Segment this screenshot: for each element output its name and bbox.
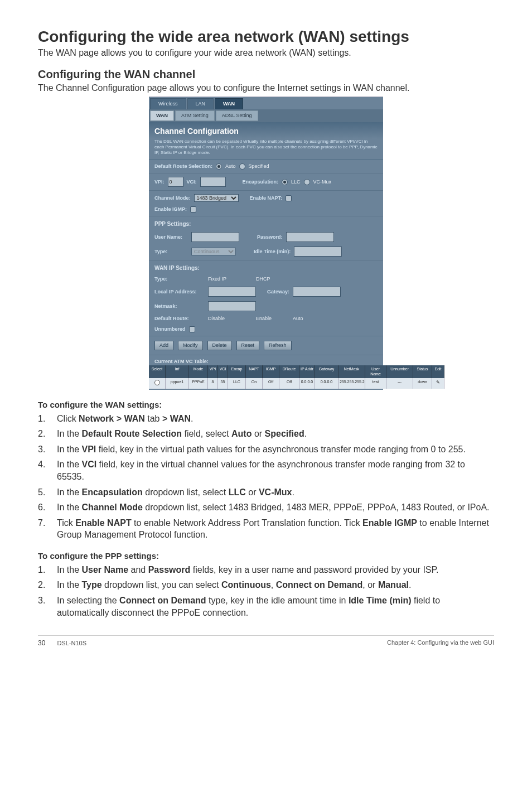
reset-button[interactable]: Reset (236, 341, 260, 350)
napt-checkbox[interactable] (286, 195, 292, 201)
radio-auto[interactable] (216, 163, 222, 170)
table-row: pppoe1 PPPoE 8 35 LLC On Off Off 0.0.0.0… (149, 378, 383, 388)
td-edit[interactable]: ✎ (432, 378, 444, 388)
default-route-row: Default Route Selection: Auto Specified (149, 160, 383, 173)
ppp-user-row: User Name: Password: (149, 229, 383, 243)
gateway-input[interactable] (293, 287, 341, 297)
router-ui: Wireless LAN WAN WAN ATM Setting ADSL Se… (149, 96, 383, 390)
type-select[interactable]: Continuous (191, 248, 236, 255)
unnumbered-row: Unnumbered (149, 323, 383, 336)
td-ipaddr: 0.0.0.0 (299, 378, 315, 388)
modify-button[interactable]: Modify (178, 341, 203, 350)
pencil-icon[interactable]: ✎ (436, 380, 440, 385)
default-route-label: Default Route Selection: (154, 163, 212, 170)
radio-specified-label: Specified (249, 163, 269, 170)
th-encap: Encap (228, 365, 246, 378)
fixedip-label: Fixed IP (208, 276, 253, 282)
default-route2-row: Default Route: Disable Enable Auto (149, 312, 383, 323)
atm-table: Select Inf Mode VPI VCI Encap NAPT IGMP … (149, 365, 383, 389)
list-item: 3.In selecting the Connect on Demand typ… (38, 595, 494, 619)
td-droute: Off (279, 378, 299, 388)
vpi-input[interactable] (168, 177, 183, 187)
enable-label: Enable (256, 316, 289, 322)
td-netmask: 255.255.255.255 (338, 378, 365, 388)
page-footer: 30 DSL-N10S Chapter 4: Configuring via t… (38, 635, 494, 647)
unnumbered-checkbox[interactable] (189, 326, 195, 332)
igmp-checkbox[interactable] (190, 206, 196, 212)
netmask-label: Netmask: (154, 303, 205, 310)
idle-label: Idle Time (min): (254, 249, 291, 255)
td-igmp: Off (263, 378, 279, 388)
td-mode: PPPoE (189, 378, 208, 388)
channel-mode-select[interactable]: 1483 Bridged (194, 194, 239, 202)
list-number: 6. (38, 501, 57, 514)
panel-title: Channel Configuration (149, 122, 383, 139)
delete-button[interactable]: Delete (207, 341, 232, 350)
list-item: 7.Tick Enable NAPT to enable Network Add… (38, 517, 494, 541)
subtab-wan[interactable]: WAN (150, 110, 174, 121)
wanip-type-label: Type: (154, 276, 205, 282)
local-ip-label: Local IP Address: (154, 289, 205, 295)
page-number: 30 (38, 639, 45, 647)
list-text: In the Encapsulation dropdown list, sele… (57, 486, 494, 499)
td-select[interactable] (149, 378, 166, 388)
netmask-input[interactable] (208, 301, 256, 311)
list-text: Click Network > WAN tab > WAN. (57, 413, 494, 425)
list-item: 1.In the User Name and Password fields, … (38, 564, 494, 576)
button-row: Add Modify Delete Reset Refresh (149, 336, 383, 355)
subhead-wan-settings: To configure the WAN settings: (38, 400, 494, 409)
disable-label: Disable (208, 316, 253, 322)
radio-vcmux-label: VC-Mux (313, 179, 332, 185)
list-item: 4.In the VCI field, key in the virtual c… (38, 458, 494, 482)
username-label: User Name: (154, 234, 188, 240)
igmp-row: Enable IGMP: (149, 203, 383, 216)
list-text: In the VPI field, key in the virtual pat… (57, 443, 494, 456)
idle-input[interactable] (294, 247, 342, 257)
list-text: In the User Name and Password fields, ke… (57, 564, 494, 576)
tab-wireless[interactable]: Wireless (150, 98, 186, 109)
radio-specified[interactable] (239, 163, 245, 170)
page-heading: Configuring the wide area network (WAN) … (38, 28, 494, 46)
password-label: Password: (257, 234, 283, 240)
list-item: 5.In the Encapsulation dropdown list, se… (38, 486, 494, 499)
list-number: 5. (38, 486, 57, 499)
table-header: Select Inf Mode VPI VCI Encap NAPT IGMP … (149, 365, 383, 378)
channel-mode-label: Channel Mode: (154, 195, 191, 201)
gateway-label: Gateway: (267, 289, 289, 295)
dhcp-label: DHCP (256, 276, 270, 282)
sub-tabs: WAN ATM Setting ADSL Setting (149, 109, 383, 122)
th-select: Select (149, 365, 166, 378)
footer-left: 30 DSL-N10S (38, 639, 86, 647)
password-input[interactable] (286, 232, 334, 242)
section-heading: Configuring the WAN channel (38, 68, 494, 81)
netmask-row: Netmask: (149, 298, 383, 312)
atm-table-title: Current ATM VC Table: (149, 355, 383, 366)
napt-label: Enable NAPT: (250, 195, 283, 201)
tab-wan[interactable]: WAN (215, 98, 243, 109)
wan-settings-list: 1.Click Network > WAN tab > WAN.2.In the… (38, 413, 494, 541)
vci-input[interactable] (200, 177, 226, 187)
vpi-label: VPI: (154, 179, 165, 185)
list-text: In the Channel Mode dropdown list, selec… (57, 501, 494, 514)
th-status: Status (413, 365, 432, 378)
subtab-adsl[interactable]: ADSL Setting (216, 110, 258, 121)
radio-llc[interactable] (282, 179, 288, 185)
subtab-atm[interactable]: ATM Setting (175, 110, 215, 121)
list-text: In the Type dropdown list, you can selec… (57, 579, 494, 591)
type-label: Type: (154, 249, 188, 255)
list-number: 7. (38, 517, 57, 541)
ppp-settings-title: PPP Settings: (149, 216, 383, 229)
refresh-button[interactable]: Refresh (264, 341, 292, 350)
th-edit: Edit (432, 365, 444, 378)
td-vci: 35 (218, 378, 228, 388)
tab-lan[interactable]: LAN (187, 98, 214, 109)
list-number: 1. (38, 413, 57, 425)
list-item: 2.In the Default Route Selection field, … (38, 428, 494, 440)
local-ip-input[interactable] (208, 287, 256, 297)
vci-label: VCI: (187, 179, 197, 185)
list-number: 1. (38, 564, 57, 576)
radio-vcmux[interactable] (304, 179, 310, 185)
vpi-vci-row: VPI: VCI: Encapsulation: LLC VC-Mux (149, 173, 383, 191)
add-button[interactable]: Add (154, 341, 173, 350)
username-input[interactable] (191, 232, 239, 242)
